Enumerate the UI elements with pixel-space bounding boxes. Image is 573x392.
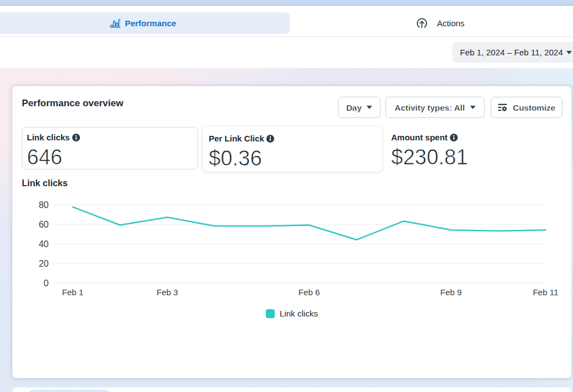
svg-text:0: 0 — [44, 278, 49, 288]
svg-text:80: 80 — [39, 200, 49, 210]
svg-text:Feb 1: Feb 1 — [62, 287, 83, 297]
svg-text:60: 60 — [39, 220, 49, 229]
svg-text:Feb 9: Feb 9 — [440, 287, 462, 297]
svg-text:Feb 6: Feb 6 — [298, 287, 320, 297]
svg-text:20: 20 — [39, 259, 49, 268]
svg-text:Feb 11: Feb 11 — [533, 287, 558, 297]
svg-text:40: 40 — [39, 239, 49, 249]
svg-text:Feb 3: Feb 3 — [157, 287, 178, 297]
